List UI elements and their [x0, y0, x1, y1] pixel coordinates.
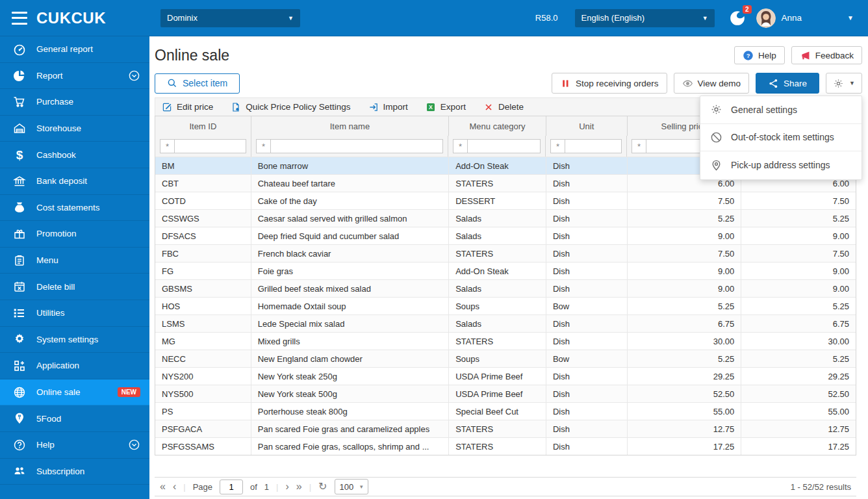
sidebar-item-cashbook[interactable]: $Cashbook [0, 142, 149, 168]
table-row[interactable]: PSPorterhouse steak 800gSpecial Beef Cut… [155, 402, 856, 420]
sidebar-item-label: Application [36, 361, 140, 370]
cell-menu-category: Special Beef Cut [449, 403, 546, 420]
pie-chart-icon [12, 68, 27, 83]
cell-item-id: PSFGACA [155, 420, 251, 437]
sidebar-item-help[interactable]: Help [0, 432, 149, 459]
table-row[interactable]: HOSHomemade Oxtail soupSoupsBow5.255.25 [155, 297, 856, 314]
menu-item-general-settings[interactable]: General settings [700, 96, 862, 124]
table-row[interactable]: PSFGSSAMSPan scared Foie gras, scallops,… [155, 437, 856, 455]
sidebar-item-label: Bank deposit [36, 176, 140, 186]
cell-price-2: 7.50 [741, 245, 856, 262]
table-row[interactable]: FBCFrench black caviarSTATERSDish7.507.5… [155, 244, 856, 262]
gear-outline-icon [710, 103, 722, 116]
filter-operator-button[interactable]: * [160, 139, 174, 153]
view-demo-button[interactable]: View demo [674, 73, 750, 94]
cell-selling-price: 7.50 [628, 192, 742, 209]
filter-input[interactable] [467, 139, 541, 153]
table-row[interactable]: NECCNew England clam chowderSoupsBow5.25… [155, 350, 856, 367]
last-page-icon[interactable]: » [296, 481, 302, 492]
sidebar-item-purchase[interactable]: Purchase [0, 89, 149, 116]
cell-item-id: NYS500 [155, 385, 251, 402]
sidebar-item-menu[interactable]: Menu [0, 248, 149, 274]
import-button[interactable]: Import [368, 102, 408, 112]
edit-price-button[interactable]: Edit price [162, 102, 213, 112]
table-row[interactable]: CSSWGSCaesar salad served with grilled s… [155, 209, 856, 227]
toolbar-button-label: Quick Price Policy Settings [246, 102, 350, 112]
sidebar-item-system-settings[interactable]: System settings [0, 327, 149, 353]
refresh-icon[interactable]: ↻ [318, 481, 327, 492]
settings-dropdown-button[interactable]: ▼ [826, 73, 862, 94]
sidebar-item-subscription[interactable]: Subscription [0, 459, 149, 485]
cell-item-name: Deep fried Squid and cucumber salad [251, 227, 449, 244]
cell-selling-price: 30.00 [628, 333, 742, 350]
filter-input[interactable] [565, 139, 622, 153]
filter-operator-button[interactable]: * [550, 139, 565, 153]
sidebar-item-online-sale[interactable]: Online saleNEW [0, 379, 149, 406]
filter-operator-button[interactable]: * [632, 139, 646, 153]
table-row[interactable]: LSMSLede Special mix saladSaladsDish6.75… [155, 314, 856, 332]
page-size-select[interactable]: 100 ▾ [335, 479, 368, 494]
sidebar-item-storehouse[interactable]: Storehouse [0, 116, 149, 142]
first-page-icon[interactable]: « [160, 481, 166, 492]
sidebar-item-label: Cost statements [36, 203, 140, 212]
help-circle-icon: ? [743, 50, 754, 61]
page-title: Online sale [155, 47, 728, 64]
table-row[interactable]: NYS200New York steak 250gUSDA Prime Beef… [155, 367, 856, 385]
table-row[interactable]: MGMixed grillsSTATERSDish30.0030.00 [155, 332, 856, 350]
select-item-button[interactable]: Select item [155, 73, 240, 94]
toolbar-button-label: Edit price [177, 102, 213, 112]
sidebar-item-general-report[interactable]: General report [0, 36, 149, 63]
svg-text:?: ? [747, 52, 750, 58]
table-row[interactable]: FGFoie grasAdd-On SteakDish9.009.00 [155, 262, 856, 279]
sidebar-item-promotion[interactable]: Promotion [0, 221, 149, 248]
cell-unit: Dish [546, 280, 628, 297]
sidebar-item-report[interactable]: Report [0, 63, 149, 90]
sidebar-item-utilities[interactable]: Utilities [0, 300, 149, 327]
share-button[interactable]: Share [756, 73, 819, 94]
next-page-icon[interactable]: › [285, 481, 288, 492]
filter-operator-button[interactable]: * [256, 139, 270, 153]
table-row[interactable]: PSFGACAPan scared Foie gras and carameli… [155, 420, 856, 437]
sidebar-item-delete-bill[interactable]: Delete bill [0, 274, 149, 300]
filter-input[interactable] [174, 139, 246, 153]
cell-item-id: HOS [155, 298, 251, 314]
svg-text:X: X [429, 104, 433, 110]
filter-operator-button[interactable]: * [453, 139, 467, 153]
filter-input[interactable] [270, 139, 443, 153]
branch-selector[interactable]: Dominix ▼ [160, 9, 300, 27]
sidebar-item-bank-deposit[interactable]: Bank deposit [0, 168, 149, 195]
sidebar-item-label: Utilities [36, 308, 140, 318]
cell-price-2: 52.50 [741, 385, 856, 402]
quick-price-policy-settings-button[interactable]: Quick Price Policy Settings [231, 102, 350, 112]
cell-unit: Dish [546, 438, 628, 455]
page-number-input[interactable] [220, 480, 243, 494]
cell-unit: Dish [546, 403, 628, 420]
help-button[interactable]: ? Help [734, 46, 785, 64]
feedback-button[interactable]: Feedback [791, 46, 862, 64]
cell-selling-price: 29.25 [628, 368, 742, 385]
prev-page-icon[interactable]: ‹ [173, 481, 176, 492]
table-row[interactable]: DFSACSDeep fried Squid and cucumber sala… [155, 227, 856, 244]
notification-icon[interactable]: 2 [729, 10, 746, 27]
avatar[interactable] [756, 8, 776, 28]
hamburger-menu-icon[interactable] [12, 12, 27, 25]
table-row[interactable]: GBSMSGrilled beef steak mixed saladSalad… [155, 279, 856, 297]
of-label: of [250, 482, 257, 492]
export-button[interactable]: XExport [426, 102, 466, 112]
cell-item-name: Chateau beef tartare [251, 175, 449, 192]
cell-menu-category: Salads [449, 210, 546, 227]
menu-item-out-of-stock-item-settings[interactable]: Out-of-stock item settings [700, 124, 862, 152]
cell-item-id: LSMS [155, 315, 251, 332]
user-menu-chevron-icon[interactable]: ▼ [843, 14, 858, 22]
sidebar-item-cost-statements[interactable]: Cost statements [0, 195, 149, 222]
total-pages: 1 [264, 482, 269, 492]
language-selector[interactable]: English (English) ▼ [575, 9, 715, 27]
delete-button[interactable]: Delete [483, 102, 524, 112]
table-row[interactable]: NYS500New York steak 500gUSDA Prime Beef… [155, 385, 856, 402]
sidebar-item-label: Subscription [36, 467, 140, 476]
sidebar-item-application[interactable]: Application [0, 353, 149, 379]
stop-receiving-orders-button[interactable]: Stop receiving orders [552, 73, 667, 94]
sidebar-item-5food[interactable]: 5Food [0, 405, 149, 432]
table-row[interactable]: COTDCake of the dayDESSERTDish7.507.50 [155, 192, 856, 209]
menu-item-pick-up-address-settings[interactable]: Pick-up address settings [700, 151, 862, 179]
